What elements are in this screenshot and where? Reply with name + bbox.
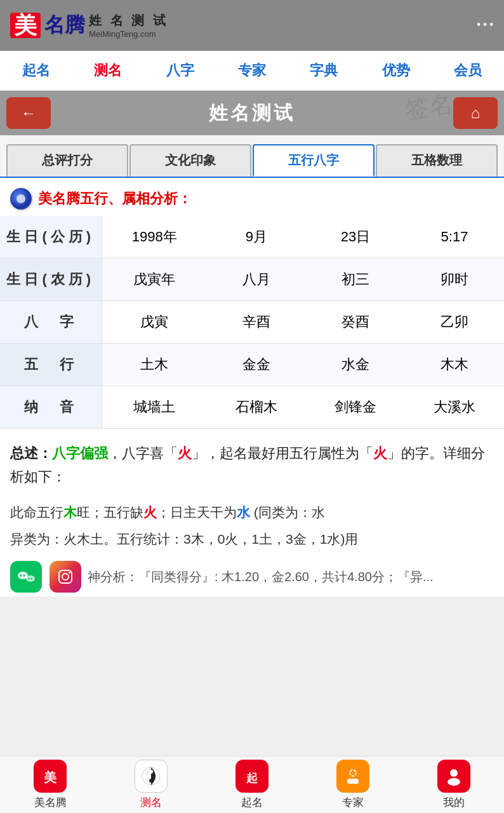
svg-point-12 bbox=[149, 770, 153, 774]
table-row: 生日(农历) 戊寅年 八月 初三 卯时 bbox=[0, 259, 504, 301]
detail-water: 水 bbox=[237, 505, 250, 520]
section-icon bbox=[10, 188, 32, 210]
bottom-nav-zhuanjia-label: 专家 bbox=[342, 795, 364, 810]
bottom-nav-qiming[interactable]: 起 起名 bbox=[202, 760, 303, 810]
svg-point-22 bbox=[448, 778, 460, 786]
cell-bazi-3: 癸酉 bbox=[306, 301, 405, 344]
table-row: 纳 音 城墙土 石榴木 剑锋金 大溪水 bbox=[0, 386, 504, 429]
bottom-nav-meimingteng[interactable]: 美 美名腾 bbox=[0, 760, 101, 810]
detail-line2: 异类为：火木土。五行统计：3木，0火，1土，3金，1水)用 bbox=[10, 527, 494, 551]
logo-subtitle-en: MeiMingTeng.com bbox=[89, 29, 168, 39]
cell-lunar-time: 卯时 bbox=[405, 259, 504, 301]
bottom-nav-qiming-label: 起名 bbox=[241, 795, 263, 810]
cell-wuxing-2: 金金 bbox=[207, 344, 306, 386]
detail-fire: 火 bbox=[143, 505, 157, 520]
nav-bazi[interactable]: 八字 bbox=[161, 58, 199, 83]
svg-point-1 bbox=[20, 575, 22, 577]
nav-youshi[interactable]: 优势 bbox=[377, 58, 415, 83]
tabs: 总评打分 文化印象 五行八字 五格数理 bbox=[6, 144, 498, 177]
tab-culture[interactable]: 文化印象 bbox=[129, 144, 251, 177]
floating-bar: 神分析：『同类得分』: 木1.20，金2.60，共计4.80分；『异... bbox=[0, 557, 504, 596]
nav-zidian[interactable]: 字典 bbox=[305, 58, 343, 83]
table-row: 八 字 戊寅 辛酉 癸酉 乙卯 bbox=[0, 301, 504, 344]
qiming-icon: 起 bbox=[235, 760, 269, 793]
nav-huiyuan[interactable]: 会员 bbox=[449, 58, 487, 83]
bazi-table: 生日(公历) 1998年 9月 23日 5:17 生日(农历) 戊寅年 八月 初… bbox=[0, 216, 504, 429]
detail-section: 此命五行木旺；五行缺火；日主天干为水 (同类为：水 bbox=[10, 501, 494, 525]
zhuanjia-icon bbox=[336, 760, 369, 793]
detail-text1d: (同类为：水 bbox=[250, 505, 325, 520]
tab-wuge[interactable]: 五格数理 bbox=[376, 144, 498, 177]
floating-text: 神分析：『同类得分』: 木1.20，金2.60，共计4.80分；『异... bbox=[88, 568, 494, 586]
cell-lunar-day: 初三 bbox=[306, 259, 405, 301]
row-header-birthday-solar: 生日(公历) bbox=[0, 216, 102, 259]
home-button[interactable]: ⌂ bbox=[453, 97, 498, 129]
tab-wuxing[interactable]: 五行八字 bbox=[253, 144, 375, 177]
row-header-wuxing: 五 行 bbox=[0, 344, 102, 386]
row-header-nayin: 纳 音 bbox=[0, 386, 102, 429]
detail-text1b: 旺；五行缺 bbox=[77, 505, 143, 520]
svg-point-7 bbox=[62, 574, 69, 580]
nav-qiming[interactable]: 起名 bbox=[17, 58, 55, 83]
nav-zhuanjia[interactable]: 专家 bbox=[233, 58, 271, 83]
cell-lunar-year: 戊寅年 bbox=[102, 259, 207, 301]
svg-point-5 bbox=[30, 578, 32, 579]
tab-general-score[interactable]: 总评打分 bbox=[6, 144, 128, 177]
svg-point-3 bbox=[26, 575, 35, 582]
cell-month: 9月 bbox=[207, 216, 306, 259]
cell-nayin-2: 石榴木 bbox=[207, 386, 306, 429]
cell-nayin-1: 城墙土 bbox=[102, 386, 207, 429]
cell-time: 5:17 bbox=[405, 216, 504, 259]
back-button[interactable]: ← bbox=[6, 97, 51, 129]
table-row: 生日(公历) 1998年 9月 23日 5:17 bbox=[0, 216, 504, 259]
bottom-nav-meimingteng-label: 美名腾 bbox=[34, 795, 67, 810]
table-row: 五 行 土木 金金 水金 木木 bbox=[0, 344, 504, 386]
svg-point-4 bbox=[28, 578, 29, 579]
svg-point-2 bbox=[23, 575, 25, 577]
cename-icon bbox=[135, 760, 168, 793]
section-title-text: 美名腾五行、属相分析： bbox=[38, 189, 192, 208]
cell-wuxing-3: 水金 bbox=[306, 344, 405, 386]
bottom-nav-cename[interactable]: 测名 bbox=[101, 760, 202, 810]
logo-icon: 美 bbox=[10, 13, 41, 38]
detail-wood: 木 bbox=[63, 505, 77, 520]
bottom-nav-cename-label: 测名 bbox=[140, 795, 162, 810]
logo-subtitle: 姓 名 测 试 MeiMingTeng.com bbox=[89, 12, 168, 39]
cell-day: 23日 bbox=[306, 216, 405, 259]
detail-text1: 此命五行 bbox=[10, 505, 63, 520]
bottom-nav-wode[interactable]: 我的 bbox=[403, 760, 504, 810]
header-menu-dots[interactable]: ⋮ bbox=[476, 16, 494, 35]
summary-text: 总述：八字偏强，八字喜「火」，起名最好用五行属性为「火」的字。详细分析如下： bbox=[10, 441, 494, 489]
summary-fire2: 火 bbox=[373, 445, 387, 461]
row-header-birthday-lunar: 生日(农历) bbox=[0, 259, 102, 301]
bottom-nav-wode-label: 我的 bbox=[443, 795, 465, 810]
wode-icon bbox=[437, 760, 470, 793]
cell-wuxing-1: 土木 bbox=[102, 344, 207, 386]
cell-nayin-3: 剑锋金 bbox=[306, 386, 405, 429]
cell-lunar-month: 八月 bbox=[207, 259, 306, 301]
section-title: 美名腾五行、属相分析： bbox=[0, 178, 504, 216]
cell-nayin-4: 大溪水 bbox=[405, 386, 504, 429]
summary-prefix: 总述： bbox=[10, 445, 52, 461]
cell-wuxing-4: 木木 bbox=[405, 344, 504, 386]
page-title: 姓名测试 bbox=[51, 100, 453, 126]
detail-text1c: ；日主天干为 bbox=[157, 505, 237, 520]
svg-text:起: 起 bbox=[246, 772, 258, 784]
bottom-nav: 美 美名腾 测名 起 起名 bbox=[0, 756, 504, 813]
bottom-nav-zhuanjia[interactable]: 专家 bbox=[302, 760, 403, 810]
svg-point-13 bbox=[149, 779, 153, 783]
breadcrumb-bar: ← 姓名测试 ⌂ 签名 bbox=[0, 91, 504, 135]
nav-cename[interactable]: 测名 bbox=[89, 58, 127, 83]
cell-bazi-4: 乙卯 bbox=[405, 301, 504, 344]
cell-bazi-2: 辛酉 bbox=[207, 301, 306, 344]
svg-text:美: 美 bbox=[43, 770, 57, 784]
instagram-icon[interactable] bbox=[50, 561, 81, 593]
summary-text2: ，八字喜「 bbox=[108, 445, 178, 461]
logo-cn: 名腾 bbox=[44, 11, 85, 39]
svg-point-8 bbox=[69, 572, 70, 574]
wechat-icon[interactable] bbox=[10, 561, 42, 593]
meimingteng-icon: 美 bbox=[34, 760, 67, 793]
tabs-container: 总评打分 文化印象 五行八字 五格数理 bbox=[0, 135, 504, 178]
summary-strong: 八字偏强 bbox=[52, 445, 108, 461]
cell-bazi-1: 戊寅 bbox=[102, 301, 207, 344]
